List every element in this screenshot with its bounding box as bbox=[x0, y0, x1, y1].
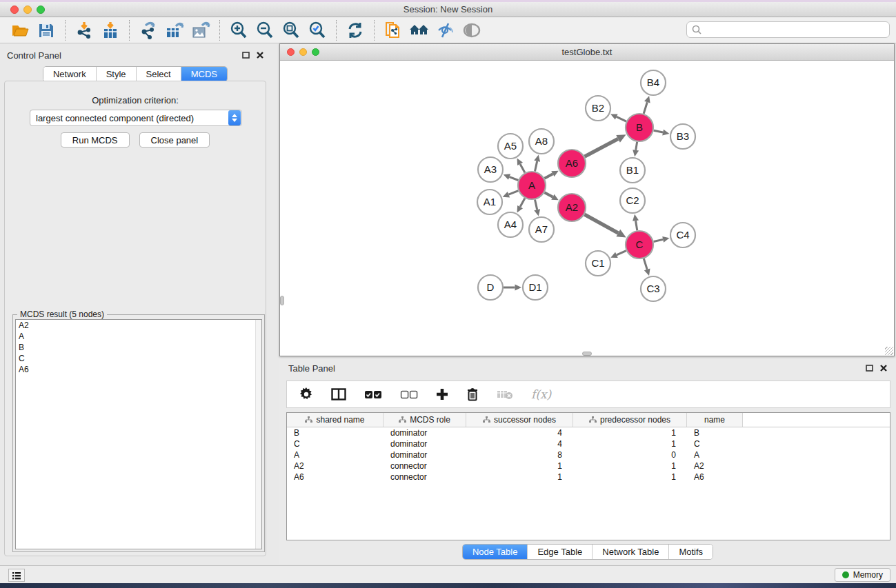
zoom-window-button[interactable] bbox=[37, 6, 45, 14]
save-session-icon[interactable] bbox=[33, 19, 59, 41]
graph-node-C3[interactable]: C3 bbox=[641, 276, 666, 301]
graph-edge-C-C3[interactable] bbox=[644, 258, 647, 270]
float-table-panel-icon[interactable] bbox=[866, 362, 873, 374]
close-panel-button[interactable]: Close panel bbox=[139, 132, 210, 148]
result-item[interactable]: C bbox=[16, 353, 261, 364]
home-icon[interactable] bbox=[406, 19, 432, 41]
close-window-button[interactable] bbox=[10, 6, 19, 14]
graph-edge-A-A7[interactable] bbox=[535, 200, 537, 210]
mcds-result-list[interactable]: A2ABCA6 bbox=[15, 319, 262, 549]
search-input[interactable] bbox=[702, 23, 889, 36]
show-column-panel-icon[interactable] bbox=[331, 388, 346, 401]
graph-edge-A-A2[interactable] bbox=[544, 192, 552, 197]
tab-network-table[interactable]: Network Table bbox=[592, 545, 668, 559]
network-close-button[interactable] bbox=[287, 48, 295, 56]
hide-graphics-details-icon[interactable] bbox=[432, 19, 459, 41]
import-network-icon[interactable] bbox=[71, 19, 97, 41]
tab-motifs[interactable]: Motifs bbox=[668, 545, 713, 559]
graph-node-A3[interactable]: A3 bbox=[478, 157, 503, 182]
graph-node-B2[interactable]: B2 bbox=[586, 96, 610, 121]
open-session-icon[interactable] bbox=[7, 19, 33, 41]
network-minimize-button[interactable] bbox=[299, 48, 307, 56]
graph-node-C4[interactable]: C4 bbox=[670, 223, 695, 247]
table-row[interactable]: Cdominator41C bbox=[287, 438, 890, 449]
result-item[interactable]: A bbox=[16, 331, 261, 342]
import-table-icon[interactable] bbox=[97, 19, 123, 41]
criterion-select[interactable]: largest connected component (directed) bbox=[30, 110, 242, 126]
graph-node-D1[interactable]: D1 bbox=[523, 275, 548, 300]
graph-node-A2[interactable]: A2 bbox=[558, 194, 586, 221]
export-image-icon[interactable] bbox=[188, 19, 214, 41]
network-window-titlebar[interactable]: testGlobe.txt bbox=[280, 44, 894, 61]
column-header-name[interactable]: name bbox=[687, 413, 743, 427]
graph-node-B[interactable]: B bbox=[626, 114, 653, 141]
column-header-predecessor-nodes[interactable]: predecessor nodes bbox=[573, 413, 687, 427]
graph-node-B3[interactable]: B3 bbox=[670, 124, 695, 149]
create-column-plus-icon[interactable] bbox=[436, 388, 448, 401]
table-settings-gear-icon[interactable] bbox=[299, 387, 313, 401]
graph-edge-C-C2[interactable] bbox=[636, 221, 637, 230]
clone-network-icon[interactable] bbox=[380, 19, 406, 41]
graph-node-C1[interactable]: C1 bbox=[586, 251, 610, 276]
zoom-fit-icon[interactable] bbox=[278, 19, 304, 41]
graph-node-A4[interactable]: A4 bbox=[498, 212, 523, 237]
refresh-icon[interactable] bbox=[342, 19, 368, 41]
result-list-scrollbar[interactable] bbox=[255, 320, 261, 549]
vertical-scroll-thumb[interactable] bbox=[280, 296, 284, 305]
graph-edge-B-B1[interactable] bbox=[636, 142, 637, 150]
zoom-out-icon[interactable] bbox=[252, 19, 278, 41]
tab-mcds[interactable]: MCDS bbox=[181, 67, 227, 81]
network-canvas[interactable]: B4B2BB3A8A5A6A3B1AA1C2A2A4A7C4CC1C3DD1 bbox=[280, 61, 894, 356]
zoom-in-icon[interactable] bbox=[226, 19, 252, 41]
graph-edge-C-C1[interactable] bbox=[617, 251, 626, 255]
graph-node-A7[interactable]: A7 bbox=[529, 217, 554, 242]
graph-edge-B-B2[interactable] bbox=[617, 116, 626, 121]
graph-edge-A6-B[interactable] bbox=[585, 139, 619, 156]
table-row[interactable]: Adominator80A bbox=[287, 449, 890, 460]
graph-edge-A-A6[interactable] bbox=[544, 174, 552, 179]
graph-edge-A2-C[interactable] bbox=[584, 214, 618, 233]
select-all-columns-icon[interactable] bbox=[364, 390, 382, 399]
export-table-icon[interactable] bbox=[161, 19, 188, 41]
graph-edge-B-B4[interactable] bbox=[644, 102, 647, 114]
result-item[interactable]: B bbox=[16, 342, 261, 353]
graph-node-A6[interactable]: A6 bbox=[558, 150, 586, 177]
tab-node-table[interactable]: Node Table bbox=[463, 545, 528, 559]
unselect-all-columns-icon[interactable] bbox=[400, 390, 418, 399]
show-panels-list-button[interactable] bbox=[8, 569, 25, 582]
graph-node-A[interactable]: A bbox=[518, 172, 546, 199]
close-panel-icon[interactable] bbox=[257, 49, 263, 61]
tab-edge-table[interactable]: Edge Table bbox=[527, 545, 592, 559]
network-zoom-button[interactable] bbox=[312, 48, 319, 56]
result-item[interactable]: A6 bbox=[16, 364, 261, 375]
tab-style[interactable]: Style bbox=[96, 67, 136, 81]
zoom-selected-icon[interactable] bbox=[304, 19, 330, 41]
show-graphics-details-icon[interactable] bbox=[459, 19, 485, 41]
tab-network[interactable]: Network bbox=[43, 67, 96, 81]
graph-edge-A-A5[interactable] bbox=[520, 164, 525, 173]
minimize-window-button[interactable] bbox=[23, 6, 32, 14]
graph-edge-A-A3[interactable] bbox=[510, 177, 519, 181]
close-table-panel-icon[interactable] bbox=[880, 362, 887, 374]
search-field[interactable] bbox=[686, 21, 890, 38]
column-header-successor-nodes[interactable]: successor nodes bbox=[466, 413, 573, 427]
graph-edge-C-C4[interactable] bbox=[653, 239, 663, 241]
memory-button[interactable]: Memory bbox=[835, 568, 890, 582]
table-row[interactable]: Bdominator41B bbox=[287, 427, 890, 438]
graph-node-C[interactable]: C bbox=[626, 231, 653, 258]
graph-node-D[interactable]: D bbox=[478, 275, 503, 300]
graph-node-A1[interactable]: A1 bbox=[477, 190, 502, 214]
result-item[interactable]: A2 bbox=[16, 320, 261, 331]
graph-edge-B-B3[interactable] bbox=[654, 130, 664, 132]
graph-node-A5[interactable]: A5 bbox=[498, 134, 523, 159]
graph-node-B4[interactable]: B4 bbox=[641, 70, 666, 95]
graph-edge-A-A4[interactable] bbox=[520, 198, 525, 207]
table-row[interactable]: A6connector11A6 bbox=[287, 472, 890, 483]
graph-node-B1[interactable]: B1 bbox=[620, 158, 645, 183]
run-mcds-button[interactable]: Run MCDS bbox=[61, 132, 130, 148]
graph-node-A8[interactable]: A8 bbox=[529, 129, 554, 154]
export-network-icon[interactable] bbox=[135, 19, 161, 41]
delete-column-trash-icon[interactable] bbox=[466, 387, 479, 401]
resize-grip[interactable] bbox=[885, 347, 893, 355]
graph-edge-A-A8[interactable] bbox=[535, 161, 537, 172]
